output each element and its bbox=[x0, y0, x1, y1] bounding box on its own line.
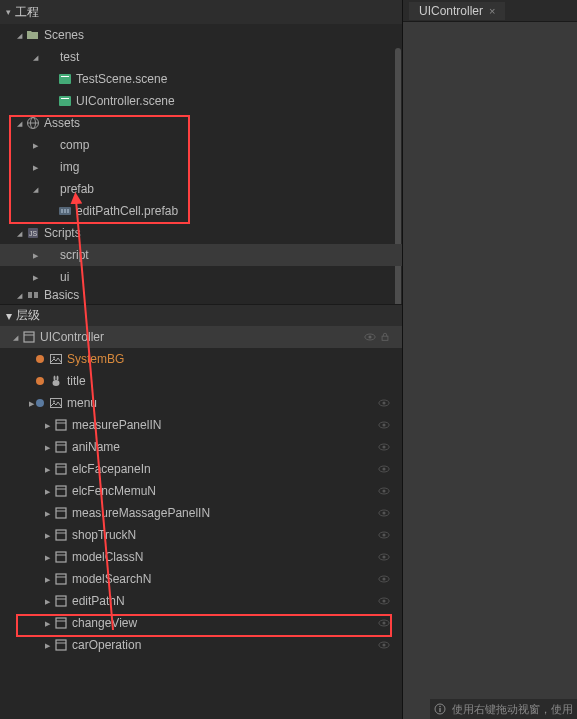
svg-rect-19 bbox=[382, 336, 388, 340]
svg-point-72 bbox=[382, 643, 385, 646]
tree-item[interactable]: TestScene.scene bbox=[0, 68, 402, 90]
tree-item[interactable]: Scenes bbox=[0, 24, 402, 46]
visibility-icon[interactable] bbox=[378, 463, 390, 475]
tree-item[interactable]: Assets bbox=[0, 112, 402, 134]
expand-arrow-icon[interactable] bbox=[30, 52, 40, 62]
scene-icon bbox=[57, 93, 73, 109]
bunny-icon bbox=[48, 373, 64, 389]
collapse-icon[interactable]: ▾ bbox=[6, 309, 12, 323]
lock-icon[interactable] bbox=[380, 332, 390, 342]
tree-item-label: test bbox=[60, 50, 79, 64]
tree-item[interactable]: JSScripts bbox=[0, 222, 402, 244]
node-icon bbox=[53, 461, 69, 477]
tree-item[interactable]: prefab bbox=[0, 178, 402, 200]
visibility-icon[interactable] bbox=[378, 441, 390, 453]
expand-arrow-icon[interactable] bbox=[42, 640, 52, 650]
svg-point-21 bbox=[53, 357, 55, 359]
status-dot-icon bbox=[36, 399, 44, 407]
tree-item[interactable]: ui bbox=[0, 266, 402, 288]
expand-arrow-icon[interactable] bbox=[30, 250, 40, 260]
svg-rect-65 bbox=[56, 618, 66, 628]
tree-item[interactable]: elcFacepaneIn bbox=[0, 458, 402, 480]
tree-item-label: UIController.scene bbox=[76, 94, 175, 108]
tree-item[interactable]: comp bbox=[0, 134, 402, 156]
expand-arrow-icon[interactable] bbox=[42, 530, 52, 540]
tree-item[interactable]: editPathN bbox=[0, 590, 402, 612]
svg-rect-69 bbox=[56, 640, 66, 650]
expand-arrow-icon[interactable] bbox=[42, 552, 52, 562]
tree-item-label: elcFencMemuN bbox=[72, 484, 156, 498]
visibility-icon[interactable] bbox=[378, 639, 390, 651]
svg-point-24 bbox=[57, 376, 59, 381]
expand-arrow-icon[interactable] bbox=[30, 184, 40, 194]
tree-item[interactable]: editPathCell.prefab bbox=[0, 200, 402, 222]
expand-arrow-icon[interactable] bbox=[42, 442, 52, 452]
svg-rect-45 bbox=[56, 508, 66, 518]
visibility-icon[interactable] bbox=[378, 551, 390, 563]
close-icon[interactable]: × bbox=[489, 5, 495, 17]
visibility-icon[interactable] bbox=[378, 595, 390, 607]
tab-label: UIController bbox=[419, 4, 483, 18]
tree-item[interactable]: title bbox=[0, 370, 402, 392]
tree-item[interactable]: UIController bbox=[0, 326, 402, 348]
node-icon bbox=[53, 637, 69, 653]
expand-arrow-icon[interactable] bbox=[14, 118, 24, 128]
expand-arrow-icon[interactable] bbox=[30, 140, 40, 150]
project-tree: ScenestestTestScene.sceneUIController.sc… bbox=[0, 24, 402, 304]
tree-item[interactable]: UIController.scene bbox=[0, 90, 402, 112]
visibility-icon[interactable] bbox=[378, 573, 390, 585]
expand-arrow-icon[interactable] bbox=[42, 596, 52, 606]
svg-rect-25 bbox=[51, 399, 62, 408]
expand-arrow-icon[interactable] bbox=[10, 332, 20, 342]
hierarchy-panel-header[interactable]: ▾ 层级 bbox=[0, 304, 402, 326]
tree-item[interactable]: img bbox=[0, 156, 402, 178]
visibility-icon[interactable] bbox=[378, 529, 390, 541]
svg-rect-37 bbox=[56, 464, 66, 474]
visibility-icon[interactable] bbox=[378, 485, 390, 497]
expand-arrow-icon[interactable] bbox=[14, 30, 24, 40]
tree-item[interactable]: changeView bbox=[0, 612, 402, 634]
collapse-icon[interactable]: ▾ bbox=[6, 7, 11, 17]
tree-item[interactable]: elcFencMemuN bbox=[0, 480, 402, 502]
expand-arrow-icon[interactable] bbox=[26, 398, 36, 408]
expand-arrow-icon[interactable] bbox=[42, 508, 52, 518]
tree-item-label: Assets bbox=[44, 116, 80, 130]
visibility-icon[interactable] bbox=[378, 507, 390, 519]
tree-item[interactable]: menu bbox=[0, 392, 402, 414]
status-dot-icon bbox=[36, 355, 44, 363]
visibility-icon[interactable] bbox=[364, 331, 376, 343]
expand-arrow-icon[interactable] bbox=[42, 486, 52, 496]
tree-item-label: carOperation bbox=[72, 638, 141, 652]
hierarchy-header-label: 层级 bbox=[16, 307, 40, 324]
expand-arrow-icon[interactable] bbox=[42, 420, 52, 430]
expand-arrow-icon[interactable] bbox=[42, 618, 52, 628]
tree-item[interactable]: measurePanelIN bbox=[0, 414, 402, 436]
expand-arrow-icon[interactable] bbox=[42, 574, 52, 584]
tree-item-label: SystemBG bbox=[67, 352, 124, 366]
visibility-icon[interactable] bbox=[378, 397, 390, 409]
project-panel-header[interactable]: ▾ 工程 bbox=[0, 0, 402, 24]
tree-item-label: img bbox=[60, 160, 79, 174]
tree-item[interactable]: Basics bbox=[0, 288, 402, 302]
expand-arrow-icon[interactable] bbox=[42, 464, 52, 474]
tree-item[interactable]: measureMassagePanelIN bbox=[0, 502, 402, 524]
expand-arrow-icon[interactable] bbox=[30, 272, 40, 282]
tree-item[interactable]: SystemBG bbox=[0, 348, 402, 370]
visibility-icon[interactable] bbox=[378, 617, 390, 629]
expand-arrow-icon[interactable] bbox=[30, 162, 40, 172]
tree-item[interactable]: test bbox=[0, 46, 402, 68]
tree-item[interactable]: script bbox=[0, 244, 402, 266]
tree-item[interactable]: carOperation bbox=[0, 634, 402, 656]
node-icon bbox=[53, 505, 69, 521]
tree-item-label: comp bbox=[60, 138, 89, 152]
visibility-icon[interactable] bbox=[378, 419, 390, 431]
expand-arrow-icon[interactable] bbox=[14, 228, 24, 238]
expand-arrow-icon[interactable] bbox=[14, 290, 24, 300]
tree-item[interactable]: shopTruckN bbox=[0, 524, 402, 546]
prefab-icon bbox=[57, 203, 73, 219]
tree-item[interactable]: modelClassN bbox=[0, 546, 402, 568]
tree-item[interactable]: aniName bbox=[0, 436, 402, 458]
tree-item[interactable]: modelSearchN bbox=[0, 568, 402, 590]
none-icon bbox=[41, 269, 57, 285]
editor-tab[interactable]: UIController × bbox=[409, 2, 505, 20]
